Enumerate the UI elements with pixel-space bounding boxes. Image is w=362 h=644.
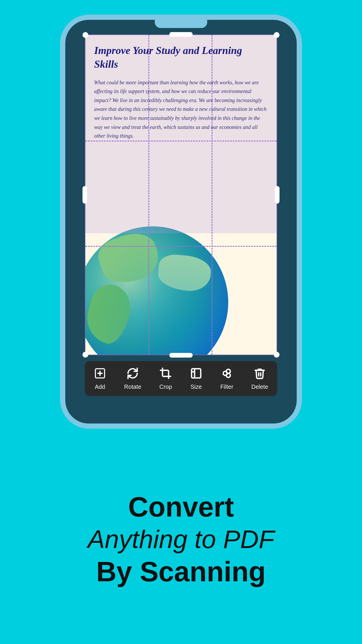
edge-handle-top[interactable] xyxy=(169,32,193,37)
corner-handle-br[interactable] xyxy=(274,352,280,358)
document-area: Improve Your Study and Learning Skills W… xyxy=(85,34,277,355)
toolbar-item-add[interactable]: Add xyxy=(94,367,106,390)
toolbar-item-size[interactable]: Size xyxy=(190,367,202,390)
svg-point-6 xyxy=(226,373,230,377)
phone-wrapper: Improve Your Study and Learning Skills W… xyxy=(0,0,362,435)
edge-handle-bottom[interactable] xyxy=(169,353,193,358)
phone-outer: Improve Your Study and Learning Skills W… xyxy=(60,15,302,429)
document-card: Improve Your Study and Learning Skills W… xyxy=(85,34,277,355)
edge-handle-left[interactable] xyxy=(82,186,87,204)
edge-handle-right[interactable] xyxy=(275,186,280,204)
toolbar-item-rotate[interactable]: Rotate xyxy=(124,367,141,390)
convert-by: By Scanning xyxy=(96,556,266,587)
toolbar-item-filter[interactable]: Filter xyxy=(220,367,233,390)
filter-label: Filter xyxy=(220,384,233,390)
rotate-icon xyxy=(126,367,139,381)
size-label: Size xyxy=(191,384,202,390)
dashed-line-h2 xyxy=(85,246,277,247)
delete-icon xyxy=(254,367,266,381)
svg-rect-3 xyxy=(191,369,201,378)
crop-label: Crop xyxy=(159,384,172,390)
convert-subtitle: Anything to PDF xyxy=(88,525,275,554)
corner-handle-tr[interactable] xyxy=(274,32,280,38)
screen-content: Improve Your Study and Learning Skills W… xyxy=(65,20,297,424)
doc-text-area: Improve Your Study and Learning Skills W… xyxy=(85,35,277,144)
notch xyxy=(155,20,207,28)
rotate-label: Rotate xyxy=(124,384,141,390)
document-title: Improve Your Study and Learning Skills xyxy=(94,44,268,71)
add-label: Add xyxy=(95,384,105,390)
size-icon xyxy=(190,367,202,381)
filter-icon xyxy=(221,367,233,381)
phone-screen: Improve Your Study and Learning Skills W… xyxy=(65,20,297,424)
add-icon xyxy=(94,367,106,381)
toolbar-item-delete[interactable]: Delete xyxy=(251,367,268,390)
crop-icon xyxy=(159,367,172,381)
toolbar-item-crop[interactable]: Crop xyxy=(159,367,172,390)
bottom-section: Convert Anything to PDF By Scanning xyxy=(0,435,362,644)
corner-handle-bl[interactable] xyxy=(82,352,88,358)
document-body: What could be more important than learni… xyxy=(94,78,268,141)
delete-label: Delete xyxy=(251,384,268,390)
corner-handle-tl[interactable] xyxy=(82,32,88,38)
convert-title: Convert xyxy=(128,491,234,522)
globe-image xyxy=(85,226,228,355)
toolbar: Add Rotate xyxy=(85,361,277,396)
